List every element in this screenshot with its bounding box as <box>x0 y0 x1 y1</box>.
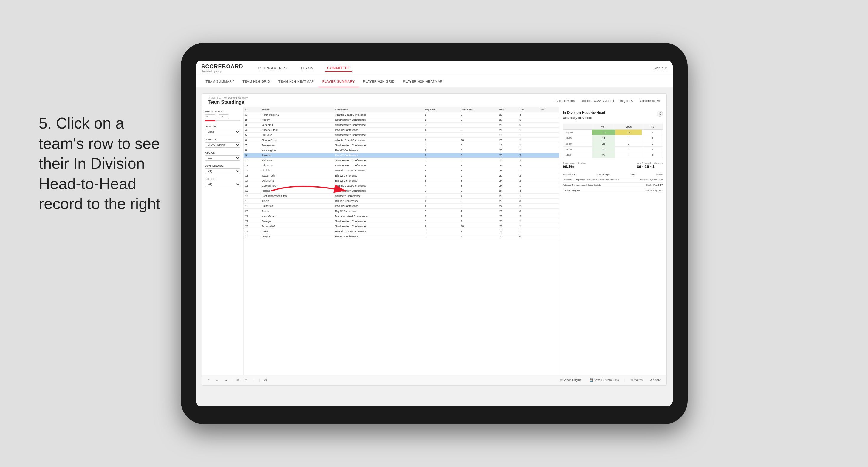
col-conference: Conference <box>333 107 423 113</box>
sign-out-button[interactable]: | Sign out <box>652 66 666 70</box>
region-select[interactable]: N/A <box>205 155 240 161</box>
standings-table: # School Conference Reg Rank Conf Rank R… <box>244 107 559 239</box>
undo-button[interactable]: ↺ <box>206 378 211 382</box>
app-header: SCOREBOARD Powered by clippd TOURNAMENTS… <box>196 61 673 76</box>
filter-region-value: All <box>631 99 634 102</box>
col-tour: Tour <box>518 107 539 113</box>
content-panel: Update time: 27/03/2024 16:56:26 Team St… <box>196 87 673 406</box>
forward-button[interactable]: → <box>223 378 229 382</box>
table-row[interactable]: 14OklahomaBig 12 Conference38242 <box>244 178 559 183</box>
table-row[interactable]: 12VirginiaAtlantic Coast Conference38241 <box>244 168 559 173</box>
subnav-team-h2h-grid[interactable]: TEAM H2H GRID <box>238 76 274 87</box>
nav-committee[interactable]: COMMITTEE <box>325 65 352 72</box>
save-custom-view-button[interactable]: 💾 Save Custom View <box>588 378 621 382</box>
filter-group-conference: Conference (All) <box>205 164 240 174</box>
table-row[interactable]: 17East Tennessee StateSouthern Conferenc… <box>244 193 559 198</box>
table-row[interactable]: 21New MexicoMountain West Conference1927… <box>244 214 559 219</box>
logo-sub: Powered by clippd <box>202 70 243 73</box>
h2h-title: In Division Head-to-Head <box>563 111 605 115</box>
tournament-row-1: Jackson T. Stephens Cup Men's Match-Play… <box>563 177 663 183</box>
filter-region: Region: All <box>620 99 634 102</box>
table-row[interactable]: 13Texas TechBig 12 Conference19272 <box>244 173 559 178</box>
table-row[interactable]: 5Ole MissSoutheastern Conference36181 <box>244 133 559 138</box>
panel-title: Team Standings <box>208 100 248 105</box>
table-area[interactable]: # School Conference Reg Rank Conf Rank R… <box>244 107 559 381</box>
school-select[interactable]: (All) <box>205 182 240 187</box>
table-row[interactable]: 4Arizona StatePac-12 Conference49261 <box>244 128 559 133</box>
table-header: # School Conference Reg Rank Conf Rank R… <box>244 107 559 113</box>
max-rounds-input[interactable] <box>219 114 229 119</box>
table-row[interactable]: 10AlabamaSoutheastern Conference58233 <box>244 158 559 163</box>
table-row[interactable]: 19CaliforniaPac-12 Conference48242 <box>244 204 559 209</box>
back-button[interactable]: ← <box>214 378 220 382</box>
h2h-row-top10: Top 10 3 13 0 <box>563 130 662 135</box>
h2h-header-row: Win Loss Tie <box>563 124 662 130</box>
opponents-label: Opponents in division: <box>563 162 587 164</box>
min-rounds-input[interactable] <box>205 114 215 119</box>
table-row[interactable]: 16FloridaSoutheastern Conference79244 <box>244 188 559 193</box>
watch-button[interactable]: 👁 Watch <box>628 378 644 382</box>
table-row[interactable]: 8WashingtonPac-12 Conference28231 <box>244 148 559 153</box>
table-row[interactable]: 6Florida StateAtlantic Coast Conference2… <box>244 138 559 143</box>
nav-teams[interactable]: TEAMS <box>298 65 316 71</box>
h2h-row-26-50: 26-50 25 2 1 <box>563 141 662 147</box>
event-type-col-label: Event Type <box>597 173 610 176</box>
gender-select[interactable]: Men's Women's <box>205 129 240 134</box>
col-conf-rank: Conf Rank <box>459 107 498 113</box>
share-button[interactable]: ⇗ Share <box>648 378 662 382</box>
table-row[interactable]: 7TennesseeSoutheastern Conference46181 <box>244 143 559 148</box>
table-row[interactable]: 25OregonPac-12 Conference57210 <box>244 234 559 239</box>
table-row-selected[interactable]: 9ArizonaPac-12 Conference28233 <box>244 153 559 158</box>
filters-sidebar: Minimum Rou... - <box>202 107 244 381</box>
table-row[interactable]: 22GeorgiaSoutheastern Conference87211 <box>244 219 559 224</box>
conference-select[interactable]: (All) <box>205 168 240 174</box>
grid-button[interactable]: ⊞ <box>235 378 241 382</box>
filter-division-value: NCAA Division I <box>593 99 614 102</box>
col-win: Win <box>539 107 559 113</box>
tournament-col-label: Tournament <box>563 173 577 176</box>
division-filter-label: Division <box>205 138 240 141</box>
table-row[interactable]: 24DukeAtlantic Coast Conference59271 <box>244 229 559 234</box>
subnav-team-h2h-heatmap[interactable]: TEAM H2H HEATMAP <box>274 76 318 87</box>
filter-conference-value: All <box>657 99 660 102</box>
panel-box: Update time: 27/03/2024 16:56:26 Team St… <box>202 93 667 385</box>
table-row[interactable]: 15Georgia TechAtlantic Coast Conference4… <box>244 183 559 188</box>
division-select[interactable]: NCAA Division I <box>205 142 240 148</box>
filter-gender: Gender: Men's <box>555 99 575 102</box>
slider-bar <box>205 120 240 121</box>
table-body: 1North CarolinaAtlantic Coast Conference… <box>244 113 559 239</box>
table-row[interactable]: 20TexasBig 12 Conference37200 <box>244 209 559 214</box>
logo-text: SCOREBOARD <box>202 64 243 70</box>
filter-range: - <box>205 114 240 119</box>
tournament-row-3: Cabo Collegiate Stroke Play 11 17 <box>563 188 663 193</box>
panel-body: Minimum Rou... - <box>202 107 666 381</box>
table-row[interactable]: 23Texas A&MSoutheastern Conference910281 <box>244 224 559 229</box>
add-button[interactable]: + <box>251 378 257 382</box>
panel-left: Update time: 27/03/2024 16:56:26 Team St… <box>208 97 248 105</box>
gender-filter-label: Gender <box>205 125 240 128</box>
filter-group-school: School (All) <box>205 178 240 187</box>
wlt-stat: W-L-T record in-division: 86 - 26 - 1 <box>637 162 663 169</box>
table-row[interactable]: 1North CarolinaAtlantic Coast Conference… <box>244 113 559 118</box>
subnav-player-h2h-heatmap[interactable]: PLAYER H2H HEATMAP <box>399 76 446 87</box>
subnav-player-summary[interactable]: PLAYER SUMMARY <box>318 76 359 87</box>
wlt-label: W-L-T record in-division: <box>637 162 663 164</box>
tablet-frame: SCOREBOARD Powered by clippd TOURNAMENTS… <box>181 43 688 424</box>
nav-tournaments[interactable]: TOURNAMENTS <box>255 65 289 71</box>
view-original-button[interactable]: 👁 View: Original <box>558 378 584 382</box>
h2h-close-button[interactable]: ✕ <box>657 111 663 117</box>
opponents-value: 99.1% <box>563 164 587 169</box>
col-rds: Rds <box>498 107 518 113</box>
conference-filter-label: Conference <box>205 164 240 167</box>
timer-button[interactable]: ⏱ <box>262 378 269 382</box>
panel-header: Update time: 27/03/2024 16:56:26 Team St… <box>202 94 666 107</box>
subnav-player-h2h-grid[interactable]: PLAYER H2H GRID <box>359 76 399 87</box>
h2h-row-51-100: 51-100 20 3 0 <box>563 147 662 152</box>
table-row[interactable]: 2AuburnSoutheastern Conference19276 <box>244 118 559 123</box>
tournament-row-2: Arizona Thunderbirds Intercollegiate Str… <box>563 183 663 188</box>
table-row[interactable]: 11ArkansasSoutheastern Conference68233 <box>244 163 559 168</box>
layout-button[interactable]: ⊡ <box>243 378 249 382</box>
table-row[interactable]: 3VanderbiltSoutheastern Conference28295 <box>244 123 559 128</box>
subnav-team-summary[interactable]: TEAM SUMMARY <box>202 76 239 87</box>
table-row[interactable]: 18IllinoisBig Ten Conference19233 <box>244 198 559 204</box>
